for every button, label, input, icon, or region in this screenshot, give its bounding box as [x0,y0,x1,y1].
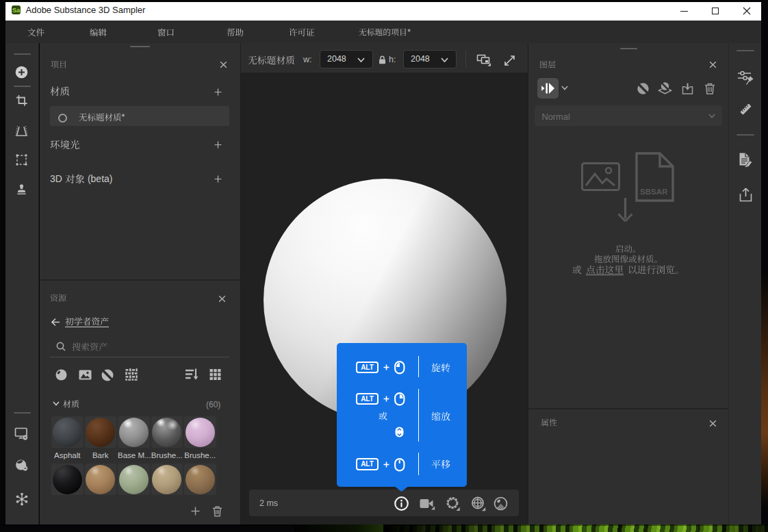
svg-text:SBSAR: SBSAR [640,188,668,196]
